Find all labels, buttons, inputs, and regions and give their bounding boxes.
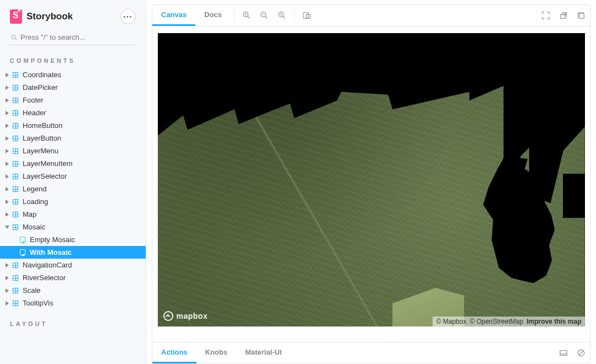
sidebar-story-with-mosaic[interactable]: With Mosaic [0,246,146,259]
search-field[interactable] [10,31,136,45]
sidebar-item-scale[interactable]: Scale [0,284,146,297]
sidebar-item-label: LayerMenu [23,147,58,155]
component-icon [13,275,18,281]
copy-link-button[interactable] [572,12,590,19]
svg-line-1 [15,38,17,40]
component-icon [13,186,18,192]
preview-mode-tabs: Canvas Docs [152,5,231,26]
chevron-right-icon [4,136,9,141]
section-header-components: COMPONENTS [0,53,146,68]
viewport-button[interactable] [298,12,316,19]
chevron-right-icon [4,288,9,293]
sidebar-item-label: With Mosaic [30,248,72,256]
svg-rect-15 [560,351,567,356]
sidebar-item-loading[interactable]: Loading [0,195,146,208]
svg-line-3 [248,17,250,19]
sidebar-item-label: RiverSelector [23,274,66,282]
storybook-logo-icon [10,9,22,24]
chevron-right-icon [4,85,9,90]
chevron-right-icon [4,98,9,103]
tab-canvas[interactable]: Canvas [152,5,195,26]
sidebar-menu-button[interactable]: ••• [120,9,136,24]
mapbox-logo-text: mapbox [177,312,208,320]
sidebar-item-layermenuitem[interactable]: LayerMenuItem [0,157,146,170]
map-attribution: © Mapbox © OpenStreetMap Improve this ma… [433,317,584,326]
sidebar-item-map[interactable]: Map [0,208,146,221]
sidebar-story-empty-mosaic[interactable]: Empty Mosaic [0,233,146,246]
sidebar-item-label: NavigationCard [23,261,72,269]
chevron-right-icon [4,263,9,267]
mapbox-logo[interactable]: mapbox [163,311,208,321]
sidebar-item-navigationcard[interactable]: NavigationCard [0,259,146,271]
component-tree[interactable]: CoordinatesDatePickerFooterHeaderHomeBut… [0,68,146,364]
chevron-right-icon [4,199,9,204]
component-icon [13,110,18,116]
addon-tab-material-ui[interactable]: Material-UI [236,342,290,363]
attribution-osm[interactable]: © OpenStreetMap [470,318,523,325]
component-icon [13,136,18,141]
sidebar-item-layermenu[interactable]: LayerMenu [0,144,146,157]
addon-tab-knobs[interactable]: Knobs [196,342,236,363]
chevron-down-icon [4,224,9,229]
component-icon [13,85,18,90]
sidebar-item-label: HomeButton [23,121,62,130]
component-icon [13,148,18,154]
tab-docs[interactable]: Docs [195,5,231,26]
sidebar-item-label: Coordinates [23,71,61,79]
zoom-reset-button[interactable] [273,12,291,19]
svg-rect-14 [579,14,584,19]
svg-line-10 [283,17,285,19]
addons-panel-tabs: Actions Knobs Material-UI [152,342,590,364]
improve-map-link[interactable]: Improve this map [526,318,581,325]
component-icon [13,288,18,293]
attribution-mapbox[interactable]: © Mapbox [436,318,466,325]
sidebar-item-datepicker[interactable]: DatePicker [0,81,146,94]
addon-tab-actions[interactable]: Actions [152,342,196,363]
story-icon [20,237,25,243]
sidebar-item-footer[interactable]: Footer [0,94,146,106]
search-input[interactable] [20,33,135,41]
brand-logo[interactable]: Storybook [10,9,73,24]
sidebar-item-legend[interactable]: Legend [0,183,146,195]
chevron-right-icon [4,148,9,153]
sidebar-item-header[interactable]: Header [0,106,146,119]
fullscreen-button[interactable] [537,12,555,19]
sidebar-item-layerselector[interactable]: LayerSelector [0,170,146,183]
preview-canvas: mapbox © Mapbox © OpenStreetMap Improve … [152,26,590,342]
component-icon [13,161,18,167]
search-icon [11,34,17,41]
sidebar-item-label: LayerButton [23,134,61,142]
component-icon [13,123,18,129]
component-icon [13,301,18,306]
sidebar-item-mosaic[interactable]: Mosaic [0,221,146,233]
sidebar-item-label: Scale [23,286,41,295]
mosaic-map[interactable]: mapbox © Mapbox © OpenStreetMap Improve … [158,33,585,326]
component-icon [13,212,18,217]
svg-line-7 [265,17,268,19]
addons-orientation-button[interactable] [555,349,572,357]
component-icon [13,263,18,268]
svg-line-18 [579,351,583,355]
sidebar-item-riverselector[interactable]: RiverSelector [0,271,146,284]
svg-rect-11 [304,13,308,19]
sidebar-item-label: Map [23,210,36,218]
zoom-out-button[interactable] [256,12,273,19]
sidebar-item-layerbutton[interactable]: LayerButton [0,132,146,144]
svg-point-0 [12,35,15,39]
sidebar-item-coordinates[interactable]: Coordinates [0,68,146,81]
chevron-right-icon [4,301,9,306]
zoom-in-button[interactable] [238,12,256,19]
sidebar-item-homebutton[interactable]: HomeButton [0,119,146,132]
open-new-tab-button[interactable] [555,12,572,19]
sidebar-item-label: TooltipVis [23,299,53,307]
main-panel: Canvas Docs [146,0,596,364]
svg-rect-13 [561,14,566,18]
preview-toolbar: Canvas Docs [152,4,590,26]
addons-hide-button[interactable] [572,349,590,357]
ellipsis-icon: ••• [124,14,133,20]
sidebar-item-label: LayerMenuItem [23,159,72,168]
sidebar-item-tooltipvis[interactable]: TooltipVis [0,297,146,309]
component-icon [13,72,18,78]
sidebar-item-label: LayerSelector [23,172,67,180]
sidebar-item-label: Empty Mosaic [30,235,75,244]
